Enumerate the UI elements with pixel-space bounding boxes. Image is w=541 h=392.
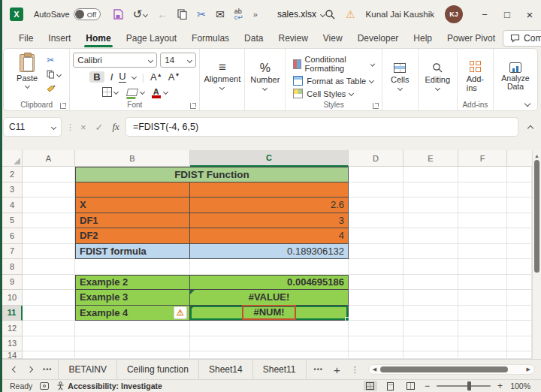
name-box[interactable]: C11: [3, 117, 62, 137]
cell-D9[interactable]: [349, 275, 403, 291]
cell-F13[interactable]: [458, 336, 507, 352]
cell-B3[interactable]: [75, 182, 190, 198]
cell-B8[interactable]: [75, 259, 190, 275]
font-name-select[interactable]: Calibri: [73, 53, 157, 68]
cell-E7[interactable]: [403, 244, 458, 260]
undo-button[interactable]: ↺: [133, 8, 148, 21]
cell-F11[interactable]: [458, 306, 507, 321]
tab-power-pivot[interactable]: Power Pivot: [440, 29, 503, 47]
cell-E2[interactable]: [403, 167, 458, 182]
cell-A3[interactable]: [23, 182, 75, 198]
cell-D12[interactable]: [349, 321, 403, 336]
excel-logo-icon[interactable]: X: [10, 8, 23, 21]
formula-input[interactable]: =FDIST(-4, 6,5): [125, 117, 518, 137]
cell-B9[interactable]: Example 2: [75, 275, 190, 291]
row-header-8[interactable]: 8: [2, 259, 23, 275]
qat-more-icon[interactable]: »: [253, 10, 258, 19]
vertical-scroll-thumb[interactable]: [534, 160, 539, 273]
cell-F4[interactable]: [458, 198, 507, 213]
cell-C10[interactable]: #VALUE!: [190, 290, 349, 306]
expand-formula-bar-icon[interactable]: [523, 123, 538, 131]
increase-font-button[interactable]: A▲: [150, 71, 162, 83]
scroll-right-icon[interactable]: ▶: [527, 366, 530, 372]
cell-A10[interactable]: [23, 290, 75, 306]
error-options-warning-icon[interactable]: ⚠: [174, 306, 187, 319]
cell-G2[interactable]: [507, 167, 532, 182]
cell-E3[interactable]: [403, 182, 458, 198]
tab-page-layout[interactable]: Page Layout: [119, 29, 184, 47]
cell-C7[interactable]: 0.189306132: [190, 244, 349, 260]
sheet-tab-betainv[interactable]: BETAINV: [58, 360, 116, 379]
font-size-select[interactable]: 14: [160, 53, 196, 68]
cell-F7[interactable]: [458, 244, 507, 260]
zoom-level[interactable]: 100%: [509, 381, 530, 390]
cell-E10[interactable]: [403, 290, 458, 306]
cell-C12[interactable]: [190, 321, 349, 336]
cell-B6[interactable]: DF2: [75, 228, 190, 244]
cell-B11[interactable]: Example 4 ⚠: [75, 306, 190, 321]
document-title[interactable]: sales.xlsx: [277, 9, 325, 20]
cell-F8[interactable]: [458, 259, 507, 275]
cell-E8[interactable]: [403, 259, 458, 275]
column-header-d[interactable]: D: [349, 150, 403, 167]
fill-color-button[interactable]: [127, 87, 144, 96]
cell-D14[interactable]: [349, 351, 403, 359]
cell-G8[interactable]: [507, 259, 532, 275]
cell-F2[interactable]: [458, 167, 507, 182]
notification-warning-icon[interactable]: ⚠: [346, 8, 355, 20]
cell-F10[interactable]: [458, 290, 507, 306]
tab-developer[interactable]: Developer: [350, 29, 407, 47]
font-color-button[interactable]: A: [153, 86, 168, 98]
row-header-7[interactable]: 7: [2, 244, 23, 260]
cell-C6[interactable]: 4: [190, 228, 349, 244]
tab-home[interactable]: Home: [78, 29, 118, 47]
paste-chevron-icon[interactable]: [25, 83, 30, 89]
row-header-14[interactable]: 14: [2, 351, 23, 359]
cell-E5[interactable]: [403, 213, 458, 229]
macro-record-icon[interactable]: [40, 382, 49, 390]
cell-G7[interactable]: [507, 244, 532, 260]
copy-button[interactable]: [47, 69, 61, 80]
vertical-scrollbar[interactable]: ▲: [532, 150, 541, 359]
zoom-out-button[interactable]: −: [425, 381, 430, 391]
cell-G3[interactable]: [507, 182, 532, 198]
cell-A12[interactable]: [23, 321, 75, 336]
cell-B10[interactable]: Example 3: [75, 290, 190, 306]
tab-formulas[interactable]: Formulas: [184, 29, 237, 47]
cell-C9[interactable]: 0.004695186: [190, 275, 349, 291]
cell-D6[interactable]: [349, 228, 403, 244]
cell-F9[interactable]: [458, 275, 507, 291]
copy-icon[interactable]: [177, 9, 187, 20]
styles-dialog-launcher[interactable]: [373, 103, 379, 109]
cell-A13[interactable]: [23, 336, 75, 352]
alignment-button[interactable]: ≡ Alignment: [198, 53, 246, 100]
save-icon[interactable]: [113, 9, 123, 20]
column-header-b[interactable]: B: [75, 150, 190, 167]
cell-C3[interactable]: [190, 182, 349, 198]
row-header-4[interactable]: 4: [2, 198, 23, 213]
cell-D4[interactable]: [349, 198, 403, 213]
cell-D3[interactable]: [349, 182, 403, 198]
translate-icon[interactable]: abc↵: [234, 8, 243, 20]
sheet-tab-sheet14[interactable]: Sheet14: [199, 360, 253, 379]
search-icon[interactable]: [325, 9, 335, 20]
cell-B2-merged-title[interactable]: FDIST Function: [75, 167, 349, 182]
font-dialog-launcher[interactable]: [190, 103, 196, 109]
cancel-entry-icon[interactable]: ×: [80, 122, 86, 133]
scroll-left-icon[interactable]: ◀: [373, 366, 376, 372]
cell-A14[interactable]: [23, 351, 75, 359]
zoom-slider[interactable]: [437, 385, 491, 387]
cell-D8[interactable]: [349, 259, 403, 275]
normal-view-button[interactable]: [364, 381, 377, 391]
tab-view[interactable]: View: [316, 29, 350, 47]
cell-F5[interactable]: [458, 213, 507, 229]
cell-F3[interactable]: [458, 182, 507, 198]
sheet-tab-ceiling-function[interactable]: Ceiling function: [117, 360, 199, 379]
confirm-entry-icon[interactable]: ✓: [95, 122, 104, 133]
cells-button[interactable]: Cells: [385, 53, 415, 100]
decrease-font-button[interactable]: A▼: [168, 71, 180, 83]
close-button[interactable]: ×: [518, 0, 541, 29]
horizontal-scroll-thumb[interactable]: [380, 366, 508, 372]
cut-icon[interactable]: ✂: [197, 8, 206, 20]
fill-handle[interactable]: [345, 317, 349, 321]
